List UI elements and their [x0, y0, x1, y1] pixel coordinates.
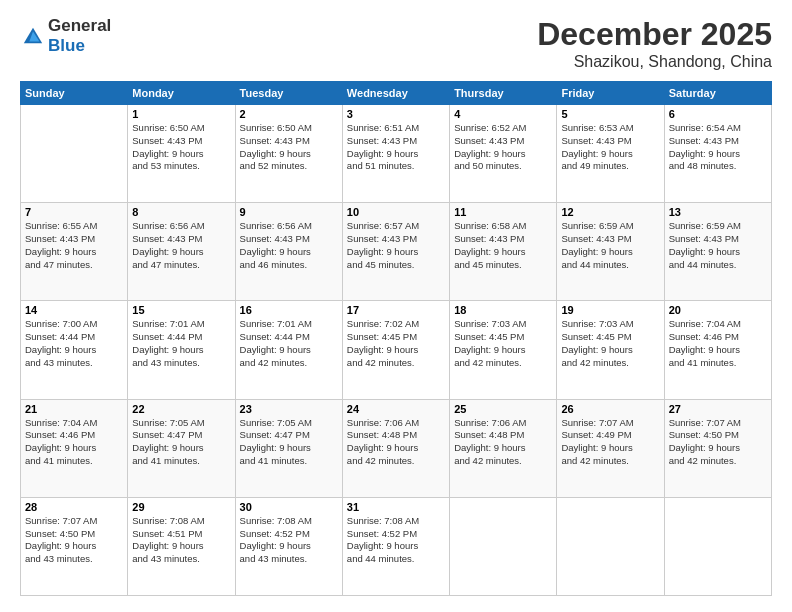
cell-info: Sunrise: 7:07 AMSunset: 4:49 PMDaylight:… — [561, 417, 659, 468]
col-header-monday: Monday — [128, 82, 235, 105]
cell-info: Sunrise: 6:53 AMSunset: 4:43 PMDaylight:… — [561, 122, 659, 173]
cell-info: Sunrise: 7:01 AMSunset: 4:44 PMDaylight:… — [240, 318, 338, 369]
table-row: 28Sunrise: 7:07 AMSunset: 4:50 PMDayligh… — [21, 497, 128, 595]
table-row — [664, 497, 771, 595]
cell-info: Sunrise: 7:07 AMSunset: 4:50 PMDaylight:… — [25, 515, 123, 566]
day-number: 11 — [454, 206, 552, 218]
day-number: 26 — [561, 403, 659, 415]
col-header-wednesday: Wednesday — [342, 82, 449, 105]
day-number: 31 — [347, 501, 445, 513]
day-number: 12 — [561, 206, 659, 218]
day-number: 5 — [561, 108, 659, 120]
day-number: 30 — [240, 501, 338, 513]
day-number: 10 — [347, 206, 445, 218]
cell-info: Sunrise: 7:06 AMSunset: 4:48 PMDaylight:… — [454, 417, 552, 468]
day-number: 14 — [25, 304, 123, 316]
cell-info: Sunrise: 6:56 AMSunset: 4:43 PMDaylight:… — [240, 220, 338, 271]
cell-info: Sunrise: 7:07 AMSunset: 4:50 PMDaylight:… — [669, 417, 767, 468]
cell-info: Sunrise: 7:03 AMSunset: 4:45 PMDaylight:… — [561, 318, 659, 369]
table-row: 14Sunrise: 7:00 AMSunset: 4:44 PMDayligh… — [21, 301, 128, 399]
cell-info: Sunrise: 6:59 AMSunset: 4:43 PMDaylight:… — [669, 220, 767, 271]
table-row: 22Sunrise: 7:05 AMSunset: 4:47 PMDayligh… — [128, 399, 235, 497]
day-number: 23 — [240, 403, 338, 415]
col-header-friday: Friday — [557, 82, 664, 105]
logo-general: General — [48, 16, 111, 35]
cell-info: Sunrise: 6:50 AMSunset: 4:43 PMDaylight:… — [240, 122, 338, 173]
day-number: 15 — [132, 304, 230, 316]
day-number: 9 — [240, 206, 338, 218]
table-row: 1Sunrise: 6:50 AMSunset: 4:43 PMDaylight… — [128, 105, 235, 203]
table-row: 3Sunrise: 6:51 AMSunset: 4:43 PMDaylight… — [342, 105, 449, 203]
day-number: 22 — [132, 403, 230, 415]
col-header-tuesday: Tuesday — [235, 82, 342, 105]
table-row: 8Sunrise: 6:56 AMSunset: 4:43 PMDaylight… — [128, 203, 235, 301]
cell-info: Sunrise: 7:03 AMSunset: 4:45 PMDaylight:… — [454, 318, 552, 369]
logo-blue: Blue — [48, 36, 85, 55]
table-row — [450, 497, 557, 595]
cell-info: Sunrise: 7:05 AMSunset: 4:47 PMDaylight:… — [240, 417, 338, 468]
cell-info: Sunrise: 6:56 AMSunset: 4:43 PMDaylight:… — [132, 220, 230, 271]
month-title: December 2025 — [537, 16, 772, 53]
cell-info: Sunrise: 7:04 AMSunset: 4:46 PMDaylight:… — [669, 318, 767, 369]
table-row: 2Sunrise: 6:50 AMSunset: 4:43 PMDaylight… — [235, 105, 342, 203]
col-header-sunday: Sunday — [21, 82, 128, 105]
col-header-saturday: Saturday — [664, 82, 771, 105]
table-row: 19Sunrise: 7:03 AMSunset: 4:45 PMDayligh… — [557, 301, 664, 399]
table-row: 24Sunrise: 7:06 AMSunset: 4:48 PMDayligh… — [342, 399, 449, 497]
day-number: 1 — [132, 108, 230, 120]
day-number: 6 — [669, 108, 767, 120]
day-number: 18 — [454, 304, 552, 316]
day-number: 28 — [25, 501, 123, 513]
cell-info: Sunrise: 6:51 AMSunset: 4:43 PMDaylight:… — [347, 122, 445, 173]
day-number: 24 — [347, 403, 445, 415]
day-number: 19 — [561, 304, 659, 316]
cell-info: Sunrise: 7:08 AMSunset: 4:52 PMDaylight:… — [347, 515, 445, 566]
table-row: 30Sunrise: 7:08 AMSunset: 4:52 PMDayligh… — [235, 497, 342, 595]
cell-info: Sunrise: 6:54 AMSunset: 4:43 PMDaylight:… — [669, 122, 767, 173]
table-row: 31Sunrise: 7:08 AMSunset: 4:52 PMDayligh… — [342, 497, 449, 595]
table-row: 17Sunrise: 7:02 AMSunset: 4:45 PMDayligh… — [342, 301, 449, 399]
cell-info: Sunrise: 7:08 AMSunset: 4:52 PMDaylight:… — [240, 515, 338, 566]
location: Shazikou, Shandong, China — [537, 53, 772, 71]
cell-info: Sunrise: 7:05 AMSunset: 4:47 PMDaylight:… — [132, 417, 230, 468]
table-row: 5Sunrise: 6:53 AMSunset: 4:43 PMDaylight… — [557, 105, 664, 203]
day-number: 21 — [25, 403, 123, 415]
table-row: 21Sunrise: 7:04 AMSunset: 4:46 PMDayligh… — [21, 399, 128, 497]
cell-info: Sunrise: 6:50 AMSunset: 4:43 PMDaylight:… — [132, 122, 230, 173]
logo-icon — [22, 25, 44, 47]
table-row: 15Sunrise: 7:01 AMSunset: 4:44 PMDayligh… — [128, 301, 235, 399]
table-row: 25Sunrise: 7:06 AMSunset: 4:48 PMDayligh… — [450, 399, 557, 497]
cell-info: Sunrise: 6:57 AMSunset: 4:43 PMDaylight:… — [347, 220, 445, 271]
cell-info: Sunrise: 6:55 AMSunset: 4:43 PMDaylight:… — [25, 220, 123, 271]
table-row: 26Sunrise: 7:07 AMSunset: 4:49 PMDayligh… — [557, 399, 664, 497]
table-row: 4Sunrise: 6:52 AMSunset: 4:43 PMDaylight… — [450, 105, 557, 203]
day-number: 8 — [132, 206, 230, 218]
table-row: 20Sunrise: 7:04 AMSunset: 4:46 PMDayligh… — [664, 301, 771, 399]
cell-info: Sunrise: 7:04 AMSunset: 4:46 PMDaylight:… — [25, 417, 123, 468]
day-number: 3 — [347, 108, 445, 120]
page-header: General Blue December 2025 Shazikou, Sha… — [20, 16, 772, 71]
day-number: 13 — [669, 206, 767, 218]
cell-info: Sunrise: 6:58 AMSunset: 4:43 PMDaylight:… — [454, 220, 552, 271]
table-row: 27Sunrise: 7:07 AMSunset: 4:50 PMDayligh… — [664, 399, 771, 497]
table-row: 12Sunrise: 6:59 AMSunset: 4:43 PMDayligh… — [557, 203, 664, 301]
table-row: 9Sunrise: 6:56 AMSunset: 4:43 PMDaylight… — [235, 203, 342, 301]
table-row: 10Sunrise: 6:57 AMSunset: 4:43 PMDayligh… — [342, 203, 449, 301]
col-header-thursday: Thursday — [450, 82, 557, 105]
day-number: 4 — [454, 108, 552, 120]
cell-info: Sunrise: 7:01 AMSunset: 4:44 PMDaylight:… — [132, 318, 230, 369]
calendar-table: SundayMondayTuesdayWednesdayThursdayFrid… — [20, 81, 772, 596]
cell-info: Sunrise: 7:02 AMSunset: 4:45 PMDaylight:… — [347, 318, 445, 369]
table-row: 29Sunrise: 7:08 AMSunset: 4:51 PMDayligh… — [128, 497, 235, 595]
table-row: 18Sunrise: 7:03 AMSunset: 4:45 PMDayligh… — [450, 301, 557, 399]
day-number: 25 — [454, 403, 552, 415]
cell-info: Sunrise: 7:06 AMSunset: 4:48 PMDaylight:… — [347, 417, 445, 468]
cell-info: Sunrise: 6:52 AMSunset: 4:43 PMDaylight:… — [454, 122, 552, 173]
day-number: 16 — [240, 304, 338, 316]
table-row: 11Sunrise: 6:58 AMSunset: 4:43 PMDayligh… — [450, 203, 557, 301]
day-number: 20 — [669, 304, 767, 316]
cell-info: Sunrise: 7:08 AMSunset: 4:51 PMDaylight:… — [132, 515, 230, 566]
day-number: 17 — [347, 304, 445, 316]
day-number: 29 — [132, 501, 230, 513]
table-row: 13Sunrise: 6:59 AMSunset: 4:43 PMDayligh… — [664, 203, 771, 301]
